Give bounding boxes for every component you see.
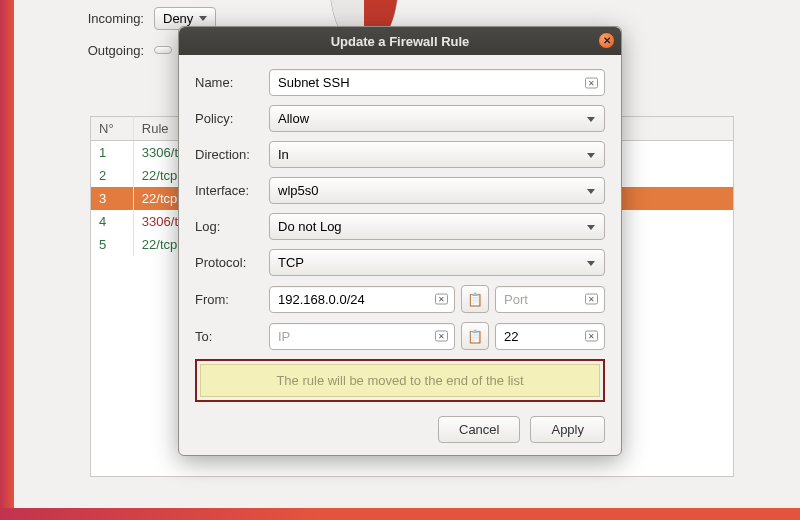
clear-icon[interactable]: ✕ — [435, 331, 448, 342]
chevron-down-icon — [587, 117, 595, 122]
paste-from-button[interactable]: 📋 — [461, 285, 489, 313]
row-num: 5 — [91, 233, 134, 256]
chevron-down-icon — [587, 225, 595, 230]
notice-text: The rule will be moved to the end of the… — [200, 364, 600, 397]
apply-button[interactable]: Apply — [530, 416, 605, 443]
update-rule-dialog: Update a Firewall Rule ✕ Name: Subnet SS… — [178, 26, 622, 456]
row-num: 4 — [91, 210, 134, 233]
chevron-down-icon — [587, 261, 595, 266]
from-label: From: — [195, 292, 269, 307]
chevron-down-icon — [199, 16, 207, 21]
interface-label: Interface: — [195, 183, 269, 198]
log-value: Do not Log — [278, 219, 342, 234]
row-num: 1 — [91, 141, 134, 165]
row-num: 2 — [91, 164, 134, 187]
outgoing-select[interactable] — [154, 46, 172, 54]
from-ip-value: 192.168.0.0/24 — [278, 292, 365, 307]
clear-icon[interactable]: ✕ — [585, 331, 598, 342]
dialog-title: Update a Firewall Rule — [331, 34, 470, 49]
dialog-titlebar[interactable]: Update a Firewall Rule ✕ — [179, 27, 621, 55]
clear-icon[interactable]: ✕ — [435, 294, 448, 305]
protocol-select[interactable]: TCP — [269, 249, 605, 276]
direction-value: In — [278, 147, 289, 162]
incoming-value: Deny — [163, 11, 193, 26]
notice-frame: The rule will be moved to the end of the… — [195, 359, 605, 402]
name-input[interactable]: Subnet SSH ✕ — [269, 69, 605, 96]
to-ip-placeholder: IP — [278, 329, 290, 344]
name-label: Name: — [195, 75, 269, 90]
to-ip-input[interactable]: IP ✕ — [269, 323, 455, 350]
clear-icon[interactable]: ✕ — [585, 77, 598, 88]
row-num: 3 — [91, 187, 134, 210]
protocol-value: TCP — [278, 255, 304, 270]
policy-label: Policy: — [195, 111, 269, 126]
to-label: To: — [195, 329, 269, 344]
from-ip-input[interactable]: 192.168.0.0/24 ✕ — [269, 286, 455, 313]
paste-to-button[interactable]: 📋 — [461, 322, 489, 350]
from-port-placeholder: Port — [504, 292, 528, 307]
name-value: Subnet SSH — [278, 75, 350, 90]
dialog-form: Name: Subnet SSH ✕ Policy: Allow Directi… — [179, 55, 621, 455]
direction-select[interactable]: In — [269, 141, 605, 168]
close-button[interactable]: ✕ — [598, 32, 615, 49]
interface-value: wlp5s0 — [278, 183, 318, 198]
chevron-down-icon — [587, 189, 595, 194]
chevron-down-icon — [587, 153, 595, 158]
clipboard-icon: 📋 — [467, 329, 483, 344]
to-port-input[interactable]: 22 ✕ — [495, 323, 605, 350]
outgoing-label: Outgoing: — [64, 43, 154, 58]
policy-value: Allow — [278, 111, 309, 126]
protocol-label: Protocol: — [195, 255, 269, 270]
desktop-background-bottom — [0, 508, 800, 520]
direction-label: Direction: — [195, 147, 269, 162]
cancel-button[interactable]: Cancel — [438, 416, 520, 443]
log-select[interactable]: Do not Log — [269, 213, 605, 240]
policy-select[interactable]: Allow — [269, 105, 605, 132]
from-port-input[interactable]: Port ✕ — [495, 286, 605, 313]
incoming-label: Incoming: — [64, 11, 154, 26]
log-label: Log: — [195, 219, 269, 234]
interface-select[interactable]: wlp5s0 — [269, 177, 605, 204]
clear-icon[interactable]: ✕ — [585, 294, 598, 305]
clipboard-icon: 📋 — [467, 292, 483, 307]
col-header-num[interactable]: N° — [91, 117, 134, 141]
desktop-background-left — [0, 0, 14, 520]
to-port-value: 22 — [504, 329, 518, 344]
close-icon: ✕ — [603, 36, 611, 46]
